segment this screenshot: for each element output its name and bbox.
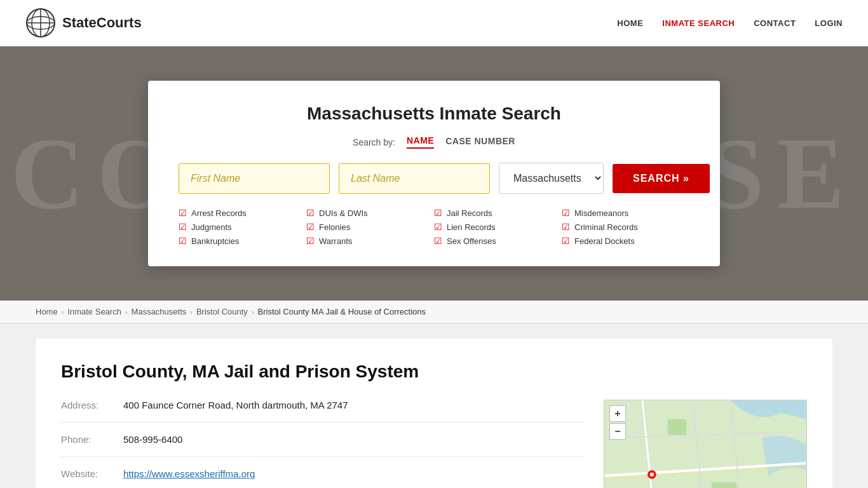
check-sex-offenses: ☑ Sex Offenses [434, 236, 562, 246]
check-jail-records: ☑ Jail Records [434, 208, 562, 218]
checkmark-icon: ☑ [306, 236, 315, 246]
facility-title: Bristol County, MA Jail and Prison Syste… [61, 362, 807, 382]
phone-row: Phone: 508-995-6400 [61, 434, 585, 445]
main-nav: HOME INMATE SEARCH CONTACT LOGIN [617, 18, 843, 28]
map-zoom-in[interactable]: + [609, 405, 626, 422]
tab-case-number[interactable]: CASE NUMBER [445, 136, 515, 148]
check-bankruptcies: ☑ Bankruptcies [179, 236, 306, 246]
checkmark-icon: ☑ [434, 222, 442, 232]
check-federal-dockets: ☑ Federal Dockets [562, 236, 689, 246]
check-lien-records: ☑ Lien Records [434, 222, 562, 232]
breadcrumb: Home › Inmate Search › Massachusetts › B… [0, 301, 868, 323]
address-row: Address: 400 Faunce Corner Road, North d… [61, 400, 585, 410]
header: StateCourts HOME INMATE SEARCH CONTACT L… [0, 0, 868, 46]
checkmark-icon: ☑ [562, 236, 570, 246]
breadcrumb-sep-3: › [190, 308, 193, 316]
map-container: + − [604, 400, 807, 488]
nav-login[interactable]: LOGIN [815, 18, 843, 28]
search-button[interactable]: SEARCH » [613, 164, 710, 193]
content-body-row: Address: 400 Faunce Corner Road, North d… [61, 400, 807, 488]
search-by-row: Search by: NAME CASE NUMBER [179, 135, 689, 149]
checkmark-icon: ☑ [562, 208, 570, 218]
check-misdemeanors: ☑ Misdemeanors [562, 208, 689, 218]
nav-home[interactable]: HOME [617, 18, 643, 28]
first-name-input[interactable] [179, 163, 330, 194]
state-select[interactable]: Massachusetts Alabama Alaska Arizona Cal… [499, 163, 604, 194]
last-name-input[interactable] [339, 163, 490, 194]
svg-rect-14 [712, 482, 737, 488]
checkmark-icon: ☑ [179, 222, 187, 232]
svg-point-16 [650, 473, 654, 477]
check-criminal-records: ☑ Criminal Records [562, 222, 689, 232]
check-felonies: ☑ Felonies [306, 222, 434, 232]
breadcrumb-sep-1: › [62, 308, 64, 316]
address-label: Address: [61, 400, 118, 410]
map-zoom-out[interactable]: − [609, 423, 626, 440]
svg-rect-13 [668, 419, 687, 435]
map-svg [604, 400, 806, 488]
logo-icon [25, 8, 56, 38]
phone-label: Phone: [61, 434, 118, 445]
breadcrumb-massachusetts[interactable]: Massachusetts [132, 307, 187, 316]
check-duis: ☑ DUIs & DWIs [306, 208, 434, 218]
search-card-title: Massachusetts Inmate Search [179, 104, 689, 124]
checkmark-icon: ☑ [562, 222, 570, 232]
main-content: Bristol County, MA Jail and Prison Syste… [0, 323, 868, 488]
logo-area[interactable]: StateCourts [25, 8, 142, 38]
hero-section: COURTHOUSE Massachusetts Inmate Search S… [0, 46, 868, 301]
checkmark-icon: ☑ [179, 236, 187, 246]
breadcrumb-sep-4: › [252, 308, 254, 316]
search-inputs-row: Massachusetts Alabama Alaska Arizona Cal… [179, 163, 689, 194]
check-warrants: ☑ Warrants [306, 236, 434, 246]
address-value: 400 Faunce Corner Road, North dartmouth,… [123, 400, 348, 410]
check-arrest-records: ☑ Arrest Records [179, 208, 306, 218]
divider-2 [61, 456, 585, 457]
tab-name[interactable]: NAME [407, 135, 434, 149]
phone-value: 508-995-6400 [123, 434, 182, 445]
breadcrumb-bristol-county[interactable]: Bristol County [196, 307, 248, 316]
checkmark-icon: ☑ [434, 236, 442, 246]
check-judgments: ☑ Judgments [179, 222, 306, 232]
checkmark-icon: ☑ [306, 222, 315, 232]
breadcrumb-sep-2: › [125, 308, 128, 316]
map-controls: + − [609, 405, 626, 440]
breadcrumb-current: Bristol County MA Jail & House of Correc… [258, 307, 426, 316]
facility-info: Address: 400 Faunce Corner Road, North d… [61, 400, 585, 488]
divider-1 [61, 422, 585, 423]
website-row: Website: https://www.essexsheriffma.org [61, 468, 585, 479]
nav-contact[interactable]: CONTACT [754, 18, 796, 28]
checkmark-icon: ☑ [306, 208, 315, 218]
breadcrumb-home[interactable]: Home [36, 307, 58, 316]
search-card: Massachusetts Inmate Search Search by: N… [148, 81, 720, 266]
checkmark-icon: ☑ [434, 208, 442, 218]
search-by-label: Search by: [353, 137, 395, 147]
content-card: Bristol County, MA Jail and Prison Syste… [36, 339, 832, 488]
checkmark-icon: ☑ [179, 208, 187, 218]
nav-inmate-search[interactable]: INMATE SEARCH [662, 18, 735, 28]
website-label: Website: [61, 468, 118, 479]
checks-grid: ☑ Arrest Records ☑ DUIs & DWIs ☑ Jail Re… [179, 208, 689, 246]
website-link[interactable]: https://www.essexsheriffma.org [123, 468, 255, 479]
breadcrumb-inmate-search[interactable]: Inmate Search [67, 307, 121, 316]
logo-text: StateCourts [62, 15, 142, 31]
